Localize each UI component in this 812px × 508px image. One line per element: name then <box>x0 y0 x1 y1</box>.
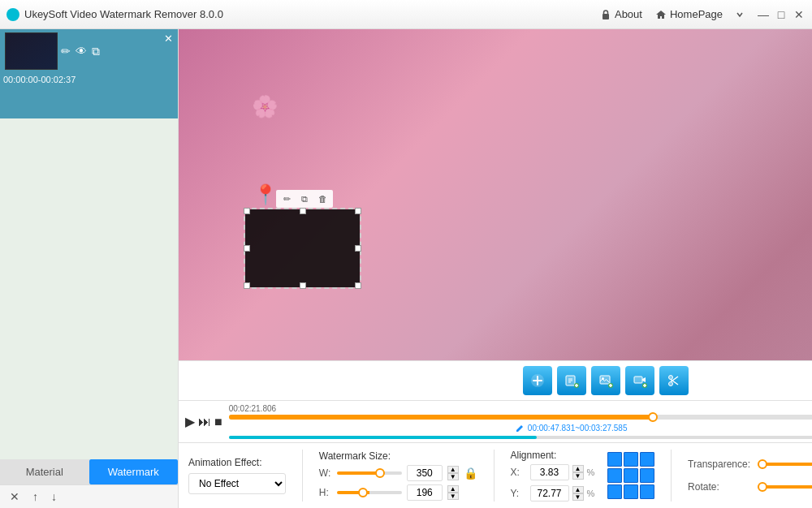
x-down-btn[interactable]: ▼ <box>572 472 584 480</box>
height-row: H: 196 ▲ ▼ <box>319 484 477 501</box>
h-label: H: <box>319 487 332 498</box>
about-link[interactable]: About <box>600 8 642 20</box>
align-grid <box>607 452 654 499</box>
height-down-btn[interactable]: ▼ <box>447 493 459 500</box>
x-row: X: 3.83 ▲ ▼ % <box>511 464 595 480</box>
pencil-small-icon <box>515 423 525 433</box>
width-down-btn[interactable]: ▼ <box>447 473 459 480</box>
tab-material[interactable]: Material <box>0 459 89 484</box>
homepage-link[interactable]: HomePage <box>655 8 723 20</box>
copy-icon[interactable]: ⧉ <box>92 45 100 58</box>
current-time: 00:02:21.806 <box>229 404 276 413</box>
align-input-group: X: 3.83 ▲ ▼ % Y: 72.77 ▲ <box>511 464 595 502</box>
add-tool-btn[interactable] <box>523 366 552 395</box>
width-up-btn[interactable]: ▲ <box>447 466 459 473</box>
title-bar: UkeySoft Video Watermark Remover 8.0.0 A… <box>0 0 812 29</box>
preview-close-btn[interactable]: ✕ <box>164 32 173 45</box>
eye-icon[interactable]: 👁 <box>76 45 87 58</box>
image-tool-btn[interactable] <box>591 366 620 395</box>
cut-icon <box>667 373 681 388</box>
align-mr[interactable] <box>640 468 654 483</box>
step-forward-button[interactable]: ⏭ <box>198 415 211 429</box>
text-tool-btn[interactable] <box>557 366 586 395</box>
close-button[interactable]: ✕ <box>793 8 806 21</box>
watermark-size-group: Watermark Size: W: 350 ▲ ▼ 🔒 H: 196 <box>319 450 477 501</box>
rotate-slider[interactable] <box>758 485 812 489</box>
y-up-btn[interactable]: ▲ <box>572 486 584 493</box>
y-spinners: ▲ ▼ <box>572 486 584 501</box>
animation-label: Animation Effect: <box>188 457 286 468</box>
align-br[interactable] <box>640 484 654 499</box>
timeline-segment[interactable] <box>229 436 812 439</box>
animation-effect-group: Animation Effect: No Effect <box>188 457 286 494</box>
align-bc[interactable] <box>624 484 638 499</box>
y-row: Y: 72.77 ▲ ▼ % <box>511 485 595 502</box>
resize-handle-tl[interactable] <box>244 208 250 214</box>
stop-button[interactable]: ■ <box>214 415 222 429</box>
sidebar-toolbar: ✕ ↑ ↓ <box>0 484 178 508</box>
play-button[interactable]: ▶ <box>185 414 195 429</box>
up-btn[interactable]: ↑ <box>29 489 41 505</box>
resize-handle-tr[interactable] <box>355 208 361 214</box>
resize-handle-top[interactable] <box>300 208 306 214</box>
wm-edit-btn[interactable]: ✏ <box>279 192 294 206</box>
tab-watermark[interactable]: Watermark <box>89 459 179 484</box>
lock-icon <box>600 9 611 20</box>
segment-label: 00:00:47.831~00:03:27.585 <box>528 424 628 433</box>
watermark-selection-box[interactable]: 📍 ✏ ⧉ 🗑 <box>244 208 361 289</box>
align-tl[interactable] <box>607 452 622 467</box>
y-label: Y: <box>511 488 527 499</box>
flower-decoration-left: 🌸 <box>252 94 278 119</box>
watermark-size-label: Watermark Size: <box>319 450 477 462</box>
height-up-btn[interactable]: ▲ <box>447 485 459 493</box>
align-bl[interactable] <box>607 484 622 499</box>
resize-handle-bl[interactable] <box>244 282 250 289</box>
resize-handle-left[interactable] <box>244 245 250 252</box>
playback-timeline-row: ▶ ⏭ ■ 00:02:21.806 <box>185 404 812 439</box>
divider-1 <box>302 450 303 502</box>
animation-select[interactable]: No Effect <box>188 473 286 494</box>
x-input[interactable]: 3.83 <box>530 464 569 480</box>
width-slider[interactable] <box>337 471 402 475</box>
wm-delete-btn[interactable]: 🗑 <box>315 192 330 206</box>
svg-rect-7 <box>634 377 642 383</box>
divider-2 <box>494 450 495 502</box>
transparency-rotate-group: Transparence: 0 ▲ ▼ Rotate: 0 ▲ ▼ <box>688 456 812 495</box>
minimize-button[interactable]: — <box>757 8 770 21</box>
resize-handle-right[interactable] <box>355 245 361 252</box>
add-icon <box>530 373 545 388</box>
video-tool-btn[interactable] <box>625 366 654 395</box>
rotate-row: Rotate: 0 ▲ ▼ <box>688 479 812 495</box>
playback-bar: ▶ ⏭ ■ 00:02:21.806 <box>179 400 812 442</box>
x-pct: % <box>587 467 595 477</box>
watermark-toolbar: ✏ ⧉ 🗑 <box>276 190 333 208</box>
x-up-btn[interactable]: ▲ <box>572 465 584 472</box>
height-spinners: ▲ ▼ <box>447 485 459 500</box>
align-mc[interactable] <box>624 468 638 483</box>
edit-icon[interactable]: ✏ <box>61 45 71 58</box>
y-down-btn[interactable]: ▼ <box>572 493 584 501</box>
resize-handle-br[interactable] <box>355 282 361 289</box>
timeline-main[interactable] <box>229 415 812 420</box>
align-tc[interactable] <box>624 452 638 467</box>
transparency-label: Transparence: <box>688 458 753 470</box>
height-input[interactable]: 196 <box>407 484 443 501</box>
delete-btn[interactable]: ✕ <box>6 489 23 505</box>
align-tr[interactable] <box>640 452 654 467</box>
y-input[interactable]: 72.77 <box>530 485 569 502</box>
maximize-button[interactable]: □ <box>775 8 788 21</box>
width-input[interactable]: 350 <box>407 465 443 481</box>
sidebar-list-area <box>0 118 178 459</box>
aspect-lock-btn[interactable]: 🔒 <box>464 467 477 480</box>
transparency-slider[interactable] <box>758 463 812 466</box>
down-btn[interactable]: ↓ <box>48 489 60 505</box>
resize-handle-bottom[interactable] <box>300 282 306 289</box>
height-slider[interactable] <box>337 491 402 494</box>
timeline-thumb[interactable] <box>648 412 658 422</box>
align-ml[interactable] <box>607 468 622 483</box>
cut-tool-btn[interactable] <box>659 366 689 395</box>
wm-copy-btn[interactable]: ⧉ <box>297 192 312 206</box>
home-icon <box>655 9 667 20</box>
dropdown-arrow[interactable] <box>736 11 744 19</box>
bottom-controls: Animation Effect: No Effect Watermark Si… <box>179 442 812 508</box>
